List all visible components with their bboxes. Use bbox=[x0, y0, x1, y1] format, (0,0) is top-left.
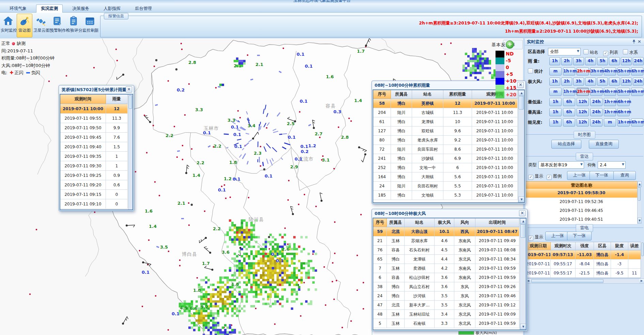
toolbar-button-3[interactable]: 预警制作 bbox=[49, 14, 65, 37]
column-header[interactable]: 强度 bbox=[576, 242, 594, 250]
radar-list-item[interactable]: 2019-07-11 09:58:30 bbox=[525, 189, 637, 198]
toolbar-button-1[interactable]: 雷达图 bbox=[17, 14, 32, 37]
prev-button[interactable]: 上一张 bbox=[567, 171, 592, 180]
legend-checkbox[interactable]: ✓ bbox=[547, 175, 552, 180]
table-row[interactable]: 47北流新丰大罗...3.5东北风2019-07-11 09:12 bbox=[373, 301, 526, 310]
metric-button-12h[interactable]: 12h bbox=[577, 108, 589, 116]
metric-button-12h[interactable]: 12h bbox=[577, 98, 589, 106]
column-header[interactable]: 误差 bbox=[628, 242, 641, 250]
metric-button-4h[interactable]: 4h bbox=[585, 78, 596, 86]
column-header[interactable]: 序号 bbox=[373, 90, 391, 99]
metric-button-1h+m[interactable]: 1h+m bbox=[563, 88, 575, 96]
table-row[interactable]: 24陆川良田石垌村5.52019-07-11 10:00 bbox=[373, 182, 524, 191]
metric-button-1h+m[interactable]: 1h+m bbox=[604, 108, 616, 116]
metric-button-5h+m[interactable]: 5h+m bbox=[617, 67, 630, 76]
toolbar-button-4[interactable]: 检验评分 bbox=[66, 14, 81, 37]
table-row[interactable]: 2019-07-11 09:457.6 bbox=[60, 133, 132, 142]
metric-button-6h[interactable]: 6h bbox=[563, 118, 575, 127]
scroll-thumb[interactable] bbox=[520, 224, 525, 238]
column-header[interactable]: 观测时次 bbox=[551, 242, 576, 250]
metric-button-3h+m[interactable]: 3h+m bbox=[590, 67, 602, 76]
table-row[interactable]: 21玉林苏烟水库4.6东南风2019-07-11 09:49 bbox=[373, 236, 526, 246]
column-header[interactable]: 观测日期 bbox=[526, 242, 551, 250]
metric-button-m[interactable]: m bbox=[549, 88, 562, 96]
radar-list-item[interactable]: 2019-07-11 09:52:36 bbox=[525, 198, 637, 207]
menu-item-1[interactable]: 实况监测 bbox=[36, 4, 63, 13]
show-checkbox[interactable]: ✓ bbox=[528, 175, 533, 180]
lightning-hscrollbar[interactable]: ◀ ▶ bbox=[525, 279, 644, 284]
dialog-scrollbar[interactable]: ▲▼ bbox=[520, 218, 526, 330]
table-row[interactable]: 72陆川良田车田村8.62019-07-11 10:00 bbox=[373, 145, 524, 154]
metric-button-5h[interactable]: 5h bbox=[597, 57, 608, 65]
add-legend-icon[interactable]: + bbox=[506, 40, 514, 49]
metric-button-1h+m[interactable]: 1h+m bbox=[563, 67, 575, 76]
column-header[interactable]: 区县 bbox=[594, 242, 611, 250]
metric-button-6h+m[interactable]: 6h+m bbox=[631, 118, 643, 127]
column-header[interactable]: 所属县 bbox=[391, 90, 412, 99]
metric-button-2h[interactable]: 2h bbox=[561, 57, 572, 65]
metric-button-3h+m[interactable]: 3h+m bbox=[590, 88, 602, 96]
close-icon[interactable]: × bbox=[126, 86, 132, 93]
scroll-thumb[interactable] bbox=[129, 95, 132, 109]
metric-button-24h[interactable]: 24h bbox=[590, 118, 602, 127]
metric-button-4h+m[interactable]: 4h+m bbox=[604, 67, 616, 76]
radar-type-select[interactable]: 基本反射率19 ▼ bbox=[538, 161, 584, 169]
metric-button-6h[interactable]: 6h bbox=[609, 78, 620, 86]
metric-button-3h[interactable]: 3h bbox=[573, 57, 584, 65]
metric-button-1h+m[interactable]: 1h+m bbox=[604, 98, 616, 106]
metric-button-6h+m[interactable]: 6h+m bbox=[617, 108, 630, 116]
table-row[interactable]: 7玉林卖酒镇4.2东南风2019-07-11 09:59 bbox=[373, 264, 526, 273]
scroll-up-icon[interactable]: ▲ bbox=[520, 218, 527, 224]
column-header[interactable]: 风向 bbox=[454, 218, 475, 227]
close-icon[interactable]: × bbox=[519, 210, 525, 216]
table-row[interactable]: 6容县松山沙田村3.6东南风2019-07-11 09:59 bbox=[373, 273, 526, 282]
metric-button-6h+m[interactable]: 6h+m bbox=[617, 98, 630, 106]
table-row[interactable]: 2019-07-11 10:0012 bbox=[60, 104, 132, 114]
menu-item-0[interactable]: 环境气象 bbox=[5, 4, 31, 13]
table-row[interactable]: 2019-07-11 09:301 bbox=[60, 161, 132, 171]
column-header[interactable]: 累积雨量 bbox=[443, 90, 472, 99]
checkbox-列表[interactable]: ✓ bbox=[603, 51, 608, 56]
prev-button[interactable]: 上一张 bbox=[545, 232, 570, 240]
metric-button-4h+m[interactable]: 4h+m bbox=[604, 88, 616, 96]
show-checkbox[interactable]: ✓ bbox=[528, 236, 533, 241]
table-row[interactable]: 2019-07-11 09:401.5 bbox=[60, 142, 132, 152]
dialog-titlebar[interactable]: 英桥镇(N5702)逐5分钟累计雨量 × bbox=[60, 86, 133, 94]
scroll-down-icon[interactable]: ▼ bbox=[518, 197, 525, 202]
table-row[interactable]: 2019-07-11 09:509.9 bbox=[60, 123, 132, 133]
scroll-up-icon[interactable]: ▲ bbox=[638, 181, 642, 187]
next-button[interactable]: 下一张 bbox=[567, 232, 592, 240]
table-row[interactable]: 2019-07-1109:57:13-11.03博白县-1.4 bbox=[526, 250, 641, 259]
table-row[interactable]: 2019-07-11 09:150 bbox=[60, 190, 132, 199]
metric-button-24h[interactable]: 24h bbox=[633, 57, 644, 65]
table-row[interactable]: 80博白老虎头水库9.22019-07-11 10:00 bbox=[373, 136, 524, 145]
table-row[interactable]: 38博白凤山立石村3.6东风2019-07-11 09:26 bbox=[373, 282, 526, 291]
scroll-down-icon[interactable]: ▼ bbox=[638, 218, 642, 223]
column-header[interactable]: 陡度 bbox=[611, 242, 628, 250]
close-icon[interactable]: × bbox=[638, 39, 641, 44]
metric-button-3h[interactable]: 3h bbox=[573, 78, 584, 86]
radar-elev-select[interactable]: 2.4 ▼ bbox=[598, 161, 626, 169]
metric-button-4h[interactable]: 4h bbox=[585, 57, 596, 65]
column-header[interactable]: 所属县 bbox=[387, 218, 405, 227]
scroll-right-icon[interactable]: ▶ bbox=[639, 279, 644, 283]
table-row[interactable]: 2019-07-1109:55:17-8.04博白县-3 bbox=[526, 259, 641, 269]
table-row[interactable]: 48玉林玉林站旧址3.4东北风2019-07-11 09:09 bbox=[373, 310, 526, 319]
metric-button-6h[interactable]: 6h bbox=[563, 98, 575, 106]
table-row[interactable]: 2019-07-11 09:250.9 bbox=[60, 171, 132, 180]
metric-button-1h[interactable]: 1h bbox=[549, 78, 560, 86]
metric-button-m[interactable]: m bbox=[604, 118, 616, 127]
table-row[interactable]: 252博白文地一中62019-07-11 10:00 bbox=[373, 163, 524, 172]
toolbar-button-2[interactable]: 卫星云图 bbox=[33, 14, 49, 37]
query-button[interactable]: 查询 bbox=[613, 171, 636, 180]
select-station-button[interactable]: 站点选择 bbox=[551, 140, 581, 149]
metric-button-6h+m[interactable]: 6h+m bbox=[631, 88, 643, 96]
next-button[interactable]: 下一张 bbox=[590, 171, 614, 180]
toolbar-button-5[interactable]: 监控刷新 bbox=[82, 14, 98, 37]
table-row[interactable]: 59北流大容山顶10.1西风2019-07-11 08:47 bbox=[373, 227, 526, 236]
metric-button-1h+m[interactable]: 1h+m bbox=[617, 118, 630, 127]
district-select[interactable]: 全部 ▼ bbox=[548, 48, 581, 55]
radar-list-item[interactable]: 2019-07-11 09:46:45 bbox=[525, 206, 637, 216]
checkbox-站名[interactable] bbox=[583, 49, 588, 54]
table-row[interactable]: 58博白英桥镇122019-07-11 10:00 bbox=[373, 99, 524, 108]
